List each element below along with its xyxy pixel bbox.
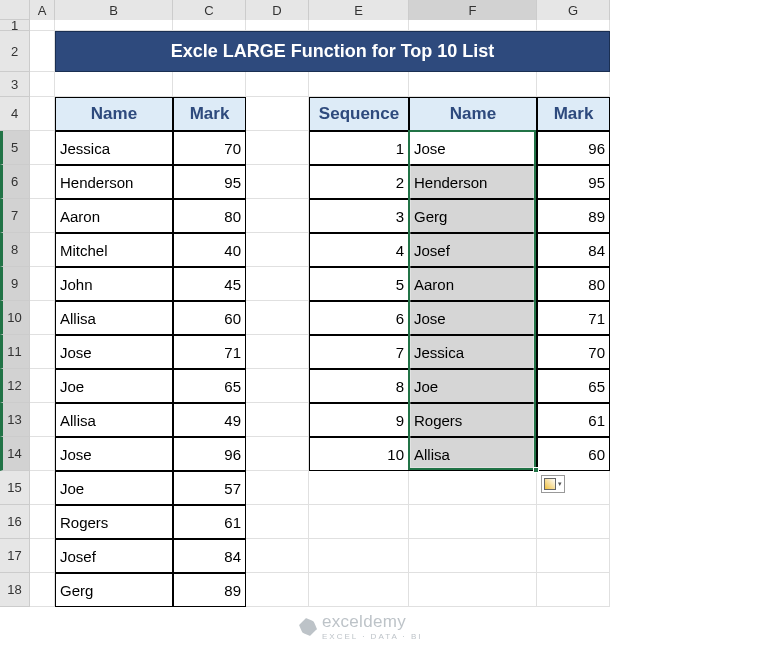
cell-F16[interactable] bbox=[409, 505, 537, 539]
col-header-A[interactable]: A bbox=[30, 0, 55, 20]
right-name-row[interactable]: Jessica bbox=[409, 335, 537, 369]
cell-A16[interactable] bbox=[30, 505, 55, 539]
cell-A14[interactable] bbox=[30, 437, 55, 471]
cell-A6[interactable] bbox=[30, 165, 55, 199]
right-name-row[interactable]: Josef bbox=[409, 233, 537, 267]
left-name-row[interactable]: Rogers bbox=[55, 505, 173, 539]
row-header-6[interactable]: 6 bbox=[0, 165, 30, 199]
left-name-row[interactable]: Mitchel bbox=[55, 233, 173, 267]
right-mark-row[interactable]: 65 bbox=[537, 369, 610, 403]
cell-G1[interactable] bbox=[537, 20, 610, 31]
cell-A2[interactable] bbox=[30, 31, 55, 72]
left-header-mark[interactable]: Mark bbox=[173, 97, 246, 131]
right-name-row[interactable]: Henderson bbox=[409, 165, 537, 199]
title-cell[interactable]: Excle LARGE Function for Top 10 List bbox=[55, 31, 610, 72]
col-header-C[interactable]: C bbox=[173, 0, 246, 20]
left-name-row[interactable]: Henderson bbox=[55, 165, 173, 199]
cell-D7[interactable] bbox=[246, 199, 309, 233]
cell-E17[interactable] bbox=[309, 539, 409, 573]
right-seq-row[interactable]: 6 bbox=[309, 301, 409, 335]
left-name-row[interactable]: John bbox=[55, 267, 173, 301]
left-name-row[interactable]: Joe bbox=[55, 471, 173, 505]
left-name-row[interactable]: Gerg bbox=[55, 573, 173, 607]
fill-handle[interactable] bbox=[533, 467, 539, 473]
cell-C1[interactable] bbox=[173, 20, 246, 31]
row-header-17[interactable]: 17 bbox=[0, 539, 30, 573]
cell-F1[interactable] bbox=[409, 20, 537, 31]
cell-A8[interactable] bbox=[30, 233, 55, 267]
right-mark-row[interactable]: 89 bbox=[537, 199, 610, 233]
cell-D10[interactable] bbox=[246, 301, 309, 335]
spreadsheet-grid[interactable]: ABCDEFG 123456789101112131415161718 Excl… bbox=[0, 0, 768, 655]
left-mark-row[interactable]: 89 bbox=[173, 573, 246, 607]
left-name-row[interactable]: Aaron bbox=[55, 199, 173, 233]
row-header-5[interactable]: 5 bbox=[0, 131, 30, 165]
row-header-3[interactable]: 3 bbox=[0, 72, 30, 97]
cell-A7[interactable] bbox=[30, 199, 55, 233]
cell-E1[interactable] bbox=[309, 20, 409, 31]
cell-E3[interactable] bbox=[309, 72, 409, 97]
cell-D12[interactable] bbox=[246, 369, 309, 403]
row-header-16[interactable]: 16 bbox=[0, 505, 30, 539]
right-mark-row[interactable]: 61 bbox=[537, 403, 610, 437]
right-name-row[interactable]: Jose bbox=[409, 301, 537, 335]
cell-E18[interactable] bbox=[309, 573, 409, 607]
right-name-row[interactable]: Rogers bbox=[409, 403, 537, 437]
cell-C3[interactable] bbox=[173, 72, 246, 97]
left-name-row[interactable]: Jose bbox=[55, 437, 173, 471]
left-mark-row[interactable]: 96 bbox=[173, 437, 246, 471]
left-mark-row[interactable]: 45 bbox=[173, 267, 246, 301]
left-mark-row[interactable]: 80 bbox=[173, 199, 246, 233]
left-name-row[interactable]: Allisa bbox=[55, 301, 173, 335]
cell-A13[interactable] bbox=[30, 403, 55, 437]
cell-A12[interactable] bbox=[30, 369, 55, 403]
cell-A4[interactable] bbox=[30, 97, 55, 131]
right-seq-row[interactable]: 9 bbox=[309, 403, 409, 437]
cell-D17[interactable] bbox=[246, 539, 309, 573]
row-header-12[interactable]: 12 bbox=[0, 369, 30, 403]
right-seq-row[interactable]: 4 bbox=[309, 233, 409, 267]
left-name-row[interactable]: Allisa bbox=[55, 403, 173, 437]
col-header-G[interactable]: G bbox=[537, 0, 610, 20]
cell-A17[interactable] bbox=[30, 539, 55, 573]
left-name-row[interactable]: Joe bbox=[55, 369, 173, 403]
cell-D13[interactable] bbox=[246, 403, 309, 437]
right-seq-row[interactable]: 10 bbox=[309, 437, 409, 471]
cell-A10[interactable] bbox=[30, 301, 55, 335]
right-header-mark[interactable]: Mark bbox=[537, 97, 610, 131]
cell-B3[interactable] bbox=[55, 72, 173, 97]
left-mark-row[interactable]: 84 bbox=[173, 539, 246, 573]
cell-D5[interactable] bbox=[246, 131, 309, 165]
row-header-8[interactable]: 8 bbox=[0, 233, 30, 267]
col-header-B[interactable]: B bbox=[55, 0, 173, 20]
row-header-1[interactable]: 1 bbox=[0, 20, 30, 31]
right-mark-row[interactable]: 70 bbox=[537, 335, 610, 369]
cell-D6[interactable] bbox=[246, 165, 309, 199]
cell-A11[interactable] bbox=[30, 335, 55, 369]
left-mark-row[interactable]: 61 bbox=[173, 505, 246, 539]
cell-D11[interactable] bbox=[246, 335, 309, 369]
cell-G16[interactable] bbox=[537, 505, 610, 539]
cell-D9[interactable] bbox=[246, 267, 309, 301]
right-name-row[interactable]: Jose bbox=[409, 131, 537, 165]
cell-A9[interactable] bbox=[30, 267, 55, 301]
right-mark-row[interactable]: 80 bbox=[537, 267, 610, 301]
row-header-15[interactable]: 15 bbox=[0, 471, 30, 505]
right-seq-row[interactable]: 2 bbox=[309, 165, 409, 199]
row-header-11[interactable]: 11 bbox=[0, 335, 30, 369]
cell-E16[interactable] bbox=[309, 505, 409, 539]
left-mark-row[interactable]: 70 bbox=[173, 131, 246, 165]
right-name-row[interactable]: Allisa bbox=[409, 437, 537, 471]
cell-A1[interactable] bbox=[30, 20, 55, 31]
right-mark-row[interactable]: 71 bbox=[537, 301, 610, 335]
left-mark-row[interactable]: 49 bbox=[173, 403, 246, 437]
cell-D8[interactable] bbox=[246, 233, 309, 267]
row-header-14[interactable]: 14 bbox=[0, 437, 30, 471]
cell-F18[interactable] bbox=[409, 573, 537, 607]
row-header-10[interactable]: 10 bbox=[0, 301, 30, 335]
left-name-row[interactable]: Josef bbox=[55, 539, 173, 573]
cell-A5[interactable] bbox=[30, 131, 55, 165]
cell-D3[interactable] bbox=[246, 72, 309, 97]
right-name-row[interactable]: Gerg bbox=[409, 199, 537, 233]
right-seq-row[interactable]: 7 bbox=[309, 335, 409, 369]
